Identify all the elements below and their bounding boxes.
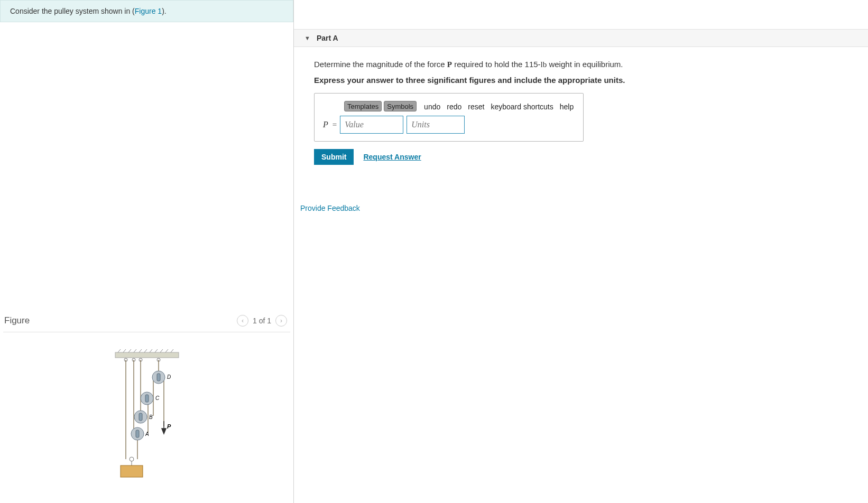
problem-intro: Consider the pulley system shown in (Fig… (0, 0, 293, 22)
answer-instruction: Express your answer to three significant… (314, 76, 848, 85)
svg-rect-27 (145, 395, 149, 402)
svg-rect-0 (115, 352, 179, 358)
svg-point-34 (130, 457, 134, 461)
collapse-caret-icon[interactable]: ▼ (304, 35, 310, 41)
submit-button[interactable]: Submit (314, 149, 354, 165)
part-header[interactable]: ▼ Part A (294, 29, 868, 47)
question-text: Determine the magnitude of the force P r… (314, 60, 848, 69)
templates-button[interactable]: Templates (344, 101, 382, 111)
question-variable: P (447, 60, 452, 69)
pulley-label-A: A (145, 431, 149, 437)
svg-line-8 (155, 349, 158, 352)
reset-button[interactable]: reset (466, 103, 486, 111)
svg-line-7 (150, 349, 152, 352)
force-label-P: P (167, 423, 171, 430)
intro-text-pre: Consider the pulley system shown in ( (10, 7, 135, 15)
svg-marker-33 (162, 429, 166, 434)
figure-pager: 1 of 1 (253, 316, 271, 325)
svg-rect-29 (139, 413, 142, 421)
svg-line-6 (144, 349, 147, 352)
value-input[interactable] (340, 116, 403, 134)
provide-feedback-link[interactable]: Provide Feedback (300, 204, 360, 212)
figure-header: Figure ‹ 1 of 1 › (3, 312, 290, 332)
pulley-label-C: C (155, 395, 160, 401)
answer-toolbar: Templates Symbols undo redo reset keyboa… (320, 101, 578, 116)
svg-rect-25 (157, 374, 160, 381)
answer-box: Templates Symbols undo redo reset keyboa… (314, 93, 584, 142)
units-input[interactable] (407, 116, 465, 134)
figure-image: D C B A (3, 332, 290, 503)
svg-line-11 (171, 349, 173, 352)
svg-line-2 (123, 349, 126, 352)
part-title: Part A (317, 34, 338, 42)
answer-variable: P (323, 120, 328, 129)
symbols-button[interactable]: Symbols (384, 101, 417, 111)
figure-link[interactable]: Figure 1 (135, 7, 162, 15)
svg-line-3 (128, 349, 131, 352)
equals-sign: = (333, 120, 337, 129)
figure-title: Figure (4, 315, 30, 326)
svg-rect-36 (121, 465, 143, 477)
pulley-label-D: D (167, 374, 171, 380)
question-mid: required to hold the 115- (452, 60, 541, 69)
keyboard-shortcuts-button[interactable]: keyboard shortcuts (488, 103, 555, 111)
svg-line-9 (160, 349, 163, 352)
intro-text-post: ). (162, 7, 167, 15)
question-post: weight in equilibrium. (547, 60, 623, 69)
pulley-label-B: B (149, 414, 153, 420)
svg-line-10 (165, 349, 168, 352)
help-button[interactable]: help (558, 103, 576, 111)
question-pre: Determine the magnitude of the force (314, 60, 447, 69)
figure-prev-button[interactable]: ‹ (237, 315, 248, 327)
svg-line-4 (134, 349, 136, 352)
svg-line-1 (118, 349, 121, 352)
undo-button[interactable]: undo (422, 103, 442, 111)
question-units: lb (541, 60, 547, 69)
figure-next-button[interactable]: › (275, 315, 287, 327)
svg-line-5 (139, 349, 142, 352)
request-answer-link[interactable]: Request Answer (363, 153, 421, 161)
svg-rect-31 (136, 430, 139, 437)
redo-button[interactable]: redo (445, 103, 464, 111)
